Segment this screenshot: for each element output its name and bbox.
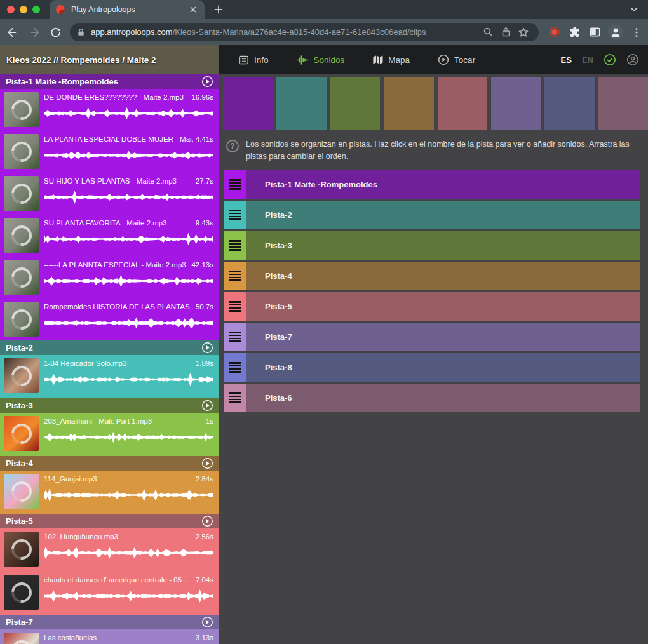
- track-row[interactable]: Pista-5: [224, 292, 640, 321]
- play-track-button[interactable]: [201, 342, 213, 354]
- track-row[interactable]: Pista-3: [224, 231, 640, 260]
- account-icon[interactable]: [626, 53, 639, 66]
- drag-strip[interactable]: [224, 323, 246, 351]
- forward-button[interactable]: [24, 23, 43, 42]
- nav-item-info[interactable]: Info: [238, 55, 269, 65]
- play-track-button[interactable]: [201, 399, 213, 412]
- tab-close-icon[interactable]: [188, 4, 198, 15]
- play-track-button[interactable]: [201, 616, 213, 628]
- browser-tab[interactable]: Play Antropoloops: [50, 0, 205, 19]
- nav-item-tocar[interactable]: Tocar: [438, 54, 475, 65]
- drag-strip[interactable]: [224, 231, 246, 260]
- clip-thumbnail: [4, 532, 39, 567]
- track-row[interactable]: Pista-7: [224, 323, 640, 351]
- audio-clip[interactable]: chants et danses d' amerique centrale - …: [0, 572, 219, 615]
- profile-avatar[interactable]: [606, 23, 625, 42]
- track-row[interactable]: Pista-6: [224, 384, 640, 412]
- back-button[interactable]: [3, 23, 22, 42]
- nav-item-mapa[interactable]: Mapa: [372, 55, 410, 65]
- track-header[interactable]: Pista-3: [0, 398, 219, 413]
- clip-title-row: LA PLANTA ESPECIAL DOBLE MUJER - Mai...4…: [44, 135, 213, 143]
- track-row[interactable]: Pista-8: [224, 353, 640, 382]
- play-track-button[interactable]: [201, 457, 213, 469]
- screen-record-indicator-icon[interactable]: [545, 23, 563, 42]
- audio-clip[interactable]: SU PLANTA FAVORITA - Maite 2.mp39.43s: [0, 215, 219, 257]
- audio-clip[interactable]: 1-04 Repicador Solo.mp31.89s: [0, 355, 219, 398]
- track-color-swatch[interactable]: [438, 77, 487, 130]
- clip-duration: 42.13s: [191, 261, 213, 269]
- clip-body: LA PLANTA ESPECIAL DOBLE MUJER - Mai...4…: [44, 135, 213, 173]
- audio-clip[interactable]: SU HIJO Y LAS PLANTAS - Maite 2.mp327.7s: [0, 173, 219, 215]
- audio-clip[interactable]: ------LA PLANNTA ESPECIAL - Maite 2.mp34…: [0, 257, 219, 299]
- track-row[interactable]: Pista-2: [224, 201, 640, 229]
- drag-handle-icon: [229, 301, 241, 312]
- clip-title-row: 102_Hunguhungu.mp32.56s: [44, 533, 213, 540]
- reload-button[interactable]: [46, 23, 65, 42]
- clip-title-row: Las castañuelas3.13s: [44, 634, 213, 641]
- track-color-swatch[interactable]: [598, 77, 648, 130]
- clip-thumbnail: [4, 134, 39, 169]
- clip-title: ------LA PLANNTA ESPECIAL - Maite 2.mp3: [44, 261, 189, 269]
- track-row-label: Pista-2: [265, 210, 292, 220]
- window-minimize-button[interactable]: [20, 6, 27, 13]
- audio-clip[interactable]: DE DONDE ERES???????? - Maite 2.mp316.96…: [0, 89, 219, 131]
- clip-body: Las castañuelas3.13s: [44, 634, 213, 644]
- tab-title: Play Antropoloops: [71, 5, 188, 14]
- play-track-button[interactable]: [201, 515, 213, 527]
- zoom-page-icon[interactable]: [479, 23, 497, 41]
- clip-title: 102_Hunguhungu.mp3: [44, 533, 193, 540]
- extensions-puzzle-icon[interactable]: [565, 23, 583, 42]
- track-header[interactable]: Pista-2: [0, 340, 219, 355]
- help-question-icon[interactable]: ?: [226, 140, 239, 152]
- track-color-swatch[interactable]: [330, 77, 380, 130]
- track-color-swatch[interactable]: [544, 77, 594, 130]
- app-header: Kleos 2022 // Rompemoldes / Maite 2 Info…: [0, 45, 648, 74]
- drag-strip[interactable]: [224, 353, 246, 382]
- play-track-button[interactable]: [201, 76, 213, 88]
- lang-toggle-en[interactable]: EN: [582, 55, 593, 65]
- track-row-label: Pista-5: [265, 302, 292, 311]
- audio-clip[interactable]: 203_Amalihani - Mali: Part 1.mp31s: [0, 413, 219, 456]
- drag-strip[interactable]: [224, 262, 246, 290]
- track-header[interactable]: Pista-7: [0, 615, 219, 629]
- loader-ring-icon: [7, 137, 36, 166]
- new-tab-button[interactable]: [211, 2, 226, 17]
- track-color-swatch[interactable]: [223, 77, 273, 130]
- clip-title-row: ------LA PLANNTA ESPECIAL - Maite 2.mp34…: [44, 261, 213, 269]
- help-row: ? Los sonidos se organizan en pistas. Ha…: [226, 138, 639, 163]
- tab-search-chevron-icon[interactable]: [626, 2, 642, 17]
- drag-strip[interactable]: [224, 201, 246, 229]
- share-icon[interactable]: [497, 23, 515, 41]
- window-close-button[interactable]: [7, 6, 15, 13]
- track-header[interactable]: Pista-4: [0, 456, 219, 471]
- audio-clip[interactable]: Rompemoldes HISTORIA DE LAS PLANTAS...50…: [0, 299, 219, 340]
- audio-clip[interactable]: 102_Hunguhungu.mp32.56s: [0, 528, 219, 572]
- address-bar[interactable]: app.antropoloops.com/Kleos-Santa-Marina/…: [70, 23, 539, 41]
- track-row[interactable]: Pista-1 Maite -Rompemoldes: [224, 170, 640, 199]
- track-color-swatch[interactable]: [276, 77, 326, 130]
- side-panel-icon[interactable]: [586, 23, 604, 42]
- drag-strip[interactable]: [224, 170, 246, 199]
- project-breadcrumb[interactable]: Kleos 2022 // Rompemoldes / Maite 2: [0, 45, 219, 74]
- audio-clip[interactable]: 114_Gunjai.mp32.84s: [0, 471, 219, 514]
- window-zoom-button[interactable]: [32, 6, 40, 13]
- lang-toggle-es[interactable]: ES: [561, 55, 572, 65]
- bookmark-star-icon[interactable]: [515, 23, 532, 41]
- drag-strip[interactable]: [224, 384, 246, 412]
- audio-clip[interactable]: LA PLANTA ESPECIAL DOBLE MUJER - Mai...4…: [0, 131, 219, 173]
- url-path: /Kleos-Santa-Marina/a276ac4e-a815-40d4-a…: [173, 27, 426, 37]
- clip-duration: 7.04s: [196, 576, 213, 584]
- audio-clip[interactable]: Las castañuelas3.13s: [0, 629, 219, 644]
- track-color-swatch[interactable]: [491, 77, 541, 130]
- nav-item-label: Sonidos: [314, 55, 345, 65]
- track-color-swatch[interactable]: [384, 77, 433, 130]
- clip-title-row: chants et danses d' amerique centrale - …: [44, 576, 213, 584]
- browser-menu-kebab-icon[interactable]: [628, 23, 645, 42]
- drag-strip[interactable]: [224, 292, 246, 321]
- nav-item-sonidos[interactable]: Sonidos: [297, 55, 345, 65]
- track-header[interactable]: Pista-5: [0, 514, 219, 528]
- loader-ring-icon: [7, 419, 36, 448]
- saved-check-icon[interactable]: [604, 53, 616, 66]
- track-header[interactable]: Pista-1 Maite -Rompemoldes: [0, 74, 219, 89]
- track-row[interactable]: Pista-4: [224, 262, 640, 290]
